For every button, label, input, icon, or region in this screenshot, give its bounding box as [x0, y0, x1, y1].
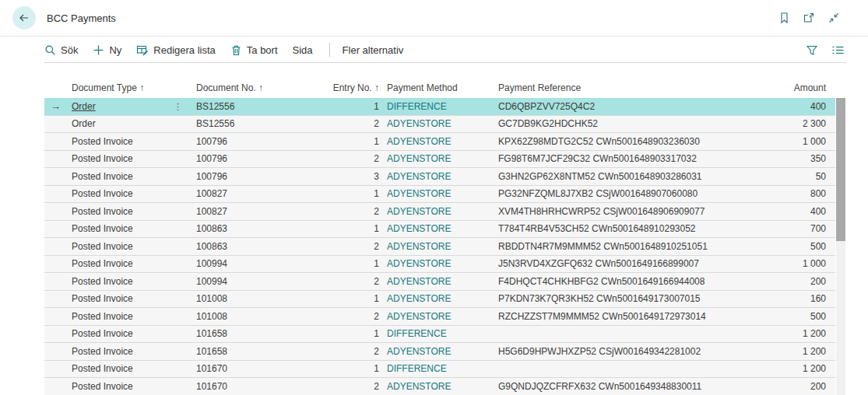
- payment-reference-cell[interactable]: H5G6D9HPWJHXZP52 CSjW001649342281002: [498, 346, 767, 357]
- row-selector-cell[interactable]: →: [44, 240, 72, 252]
- amount-cell[interactable]: 50: [767, 171, 835, 182]
- document-no-cell[interactable]: 100796: [196, 171, 321, 182]
- table-row[interactable]: → Posted Invoice⋮ 100863 2 ADYENSTORE RB…: [44, 238, 835, 256]
- entry-no-cell[interactable]: 1: [321, 293, 387, 304]
- more-options-button[interactable]: Fler alternativ: [343, 44, 404, 56]
- table-row[interactable]: → Posted Invoice⋮ 101008 1 ADYENSTORE P7…: [44, 291, 835, 309]
- filter-icon[interactable]: [806, 44, 818, 56]
- document-type-cell[interactable]: Posted Invoice⋮: [72, 276, 196, 287]
- entry-no-cell[interactable]: 2: [321, 206, 387, 217]
- entry-no-cell[interactable]: 2: [321, 153, 387, 164]
- row-selector-cell[interactable]: →: [44, 188, 72, 200]
- entry-no-cell[interactable]: 2: [321, 346, 387, 357]
- payment-method-cell[interactable]: ADYENSTORE: [387, 206, 498, 217]
- entry-no-cell[interactable]: 1: [321, 136, 387, 147]
- payment-reference-cell[interactable]: GC7DB9KG2HDCHK52: [498, 118, 767, 129]
- document-no-cell[interactable]: 100796: [196, 136, 321, 147]
- payment-method-cell[interactable]: ADYENSTORE: [387, 311, 498, 322]
- choose-columns-icon[interactable]: [831, 44, 845, 56]
- amount-cell[interactable]: 1 000: [767, 136, 835, 147]
- column-header-document-no[interactable]: Document No. ↑: [196, 82, 321, 93]
- table-row[interactable]: → Posted Invoice⋮ 100796 2 ADYENSTORE FG…: [44, 151, 835, 169]
- document-type-cell[interactable]: Posted Invoice⋮: [72, 188, 196, 199]
- payment-reference-cell[interactable]: CD6QBPZVV725Q4C2: [498, 101, 767, 112]
- document-type-cell[interactable]: Posted Invoice⋮: [72, 136, 196, 147]
- entry-no-cell[interactable]: 2: [321, 241, 387, 252]
- document-no-cell[interactable]: 101670: [196, 363, 321, 374]
- payment-method-cell[interactable]: DIFFERENCE: [387, 101, 498, 112]
- amount-cell[interactable]: 1 000: [767, 258, 835, 269]
- open-in-new-window-icon[interactable]: [803, 12, 815, 24]
- document-type-cell[interactable]: Posted Invoice⋮: [72, 363, 196, 374]
- payment-method-cell[interactable]: ADYENSTORE: [387, 188, 498, 199]
- payment-method-cell[interactable]: ADYENSTORE: [387, 241, 498, 252]
- table-row[interactable]: → Posted Invoice⋮ 100827 1 ADYENSTORE PG…: [44, 186, 835, 204]
- document-type-cell[interactable]: Posted Invoice⋮: [72, 311, 196, 322]
- back-button[interactable]: [12, 6, 36, 30]
- amount-cell[interactable]: 1 200: [767, 363, 835, 374]
- page-menu-button[interactable]: Sida: [293, 44, 313, 56]
- amount-cell[interactable]: 500: [767, 311, 835, 322]
- row-selector-cell[interactable]: →: [44, 275, 72, 287]
- table-row[interactable]: → Posted Invoice⋮ 101670 1 DIFFERENCE 1 …: [44, 361, 835, 379]
- document-no-cell[interactable]: 100994: [196, 258, 321, 269]
- payment-reference-cell[interactable]: T784T4RB4V53CH52 CWn5001648910293052: [498, 223, 767, 234]
- payment-method-cell[interactable]: DIFFERENCE: [387, 328, 498, 339]
- document-no-cell[interactable]: BS12556: [196, 101, 321, 112]
- row-selector-cell[interactable]: →: [44, 258, 72, 270]
- payment-method-cell[interactable]: ADYENSTORE: [387, 276, 498, 287]
- document-no-cell[interactable]: 100994: [196, 276, 321, 287]
- row-selector-cell[interactable]: →: [44, 205, 72, 217]
- document-no-cell[interactable]: 100827: [196, 206, 321, 217]
- payment-reference-cell[interactable]: FG98T6M7JCF29C32 CWn5001648903317032: [498, 153, 767, 164]
- amount-cell[interactable]: 350: [767, 153, 835, 164]
- document-type-cell[interactable]: Posted Invoice⋮: [72, 346, 196, 357]
- table-row[interactable]: → Posted Invoice⋮ 101670 2 ADYENSTORE G9…: [44, 378, 835, 395]
- row-selector-cell[interactable]: →: [44, 100, 72, 112]
- payment-method-cell[interactable]: ADYENSTORE: [387, 153, 498, 164]
- row-selector-cell[interactable]: →: [44, 345, 72, 357]
- document-type-cell[interactable]: Posted Invoice⋮: [72, 171, 196, 182]
- payment-reference-cell[interactable]: J5N3RVD4XZGFQ632 CWn5001649166899007: [498, 258, 767, 269]
- document-no-cell[interactable]: 100863: [196, 223, 321, 234]
- payment-reference-cell[interactable]: G9QNDJQZCFRFX632 CWn5001649348830011: [498, 381, 767, 392]
- row-selector-cell[interactable]: →: [44, 310, 72, 322]
- entry-no-cell[interactable]: 2: [321, 311, 387, 322]
- document-type-cell[interactable]: Order⋮: [72, 118, 196, 129]
- amount-cell[interactable]: 200: [767, 381, 835, 392]
- column-header-entry-no[interactable]: Entry No. ↑: [321, 82, 387, 93]
- table-row[interactable]: → Posted Invoice⋮ 101658 2 ADYENSTORE H5…: [44, 343, 835, 361]
- payment-reference-cell[interactable]: RBDDTN4R7M9MMM52 CWn5001648910251051: [498, 241, 767, 252]
- column-header-payment-method[interactable]: Payment Method: [387, 82, 498, 93]
- document-type-cell[interactable]: Posted Invoice⋮: [72, 293, 196, 304]
- table-row[interactable]: → Posted Invoice⋮ 101008 2 ADYENSTORE RZ…: [44, 308, 835, 326]
- bookmark-icon[interactable]: [778, 12, 790, 24]
- payment-reference-cell[interactable]: F4DHQCT4CHKHBFG2 CWn5001649166944008: [498, 276, 767, 287]
- vertical-scrollbar[interactable]: [836, 98, 845, 395]
- payment-reference-cell[interactable]: PG32NFZQML8J7XB2 CSjW001648907060080: [498, 188, 767, 199]
- scrollbar-thumb[interactable]: [836, 98, 845, 241]
- table-row[interactable]: → Posted Invoice⋮ 100863 1 ADYENSTORE T7…: [44, 221, 835, 239]
- table-row[interactable]: → Posted Invoice⋮ 100994 1 ADYENSTORE J5…: [44, 256, 835, 274]
- search-button[interactable]: Sök: [44, 44, 78, 56]
- amount-cell[interactable]: 400: [767, 101, 835, 112]
- entry-no-cell[interactable]: 1: [321, 328, 387, 339]
- entry-no-cell[interactable]: 2: [321, 276, 387, 287]
- table-row[interactable]: → Posted Invoice⋮ 101658 1 DIFFERENCE 1 …: [44, 326, 835, 344]
- entry-no-cell[interactable]: 1: [321, 258, 387, 269]
- entry-no-cell[interactable]: 3: [321, 171, 387, 182]
- amount-cell[interactable]: 160: [767, 293, 835, 304]
- payment-method-cell[interactable]: ADYENSTORE: [387, 381, 498, 392]
- column-header-document-type[interactable]: Document Type ↑: [72, 82, 196, 93]
- amount-cell[interactable]: 700: [767, 223, 835, 234]
- payment-method-cell[interactable]: ADYENSTORE: [387, 223, 498, 234]
- document-no-cell[interactable]: 100827: [196, 188, 321, 199]
- amount-cell[interactable]: 1 200: [767, 328, 835, 339]
- amount-cell[interactable]: 800: [767, 188, 835, 199]
- table-row[interactable]: → Posted Invoice⋮ 100796 3 ADYENSTORE G3…: [44, 168, 835, 186]
- column-header-payment-reference[interactable]: Payment Reference: [498, 82, 767, 93]
- row-selector-cell[interactable]: →: [44, 170, 72, 182]
- document-no-cell[interactable]: 101670: [196, 381, 321, 392]
- payment-reference-cell[interactable]: RZCHZZST7M9MMM52 CWn5001649172973014: [498, 311, 767, 322]
- document-no-cell[interactable]: BS12556: [196, 118, 321, 129]
